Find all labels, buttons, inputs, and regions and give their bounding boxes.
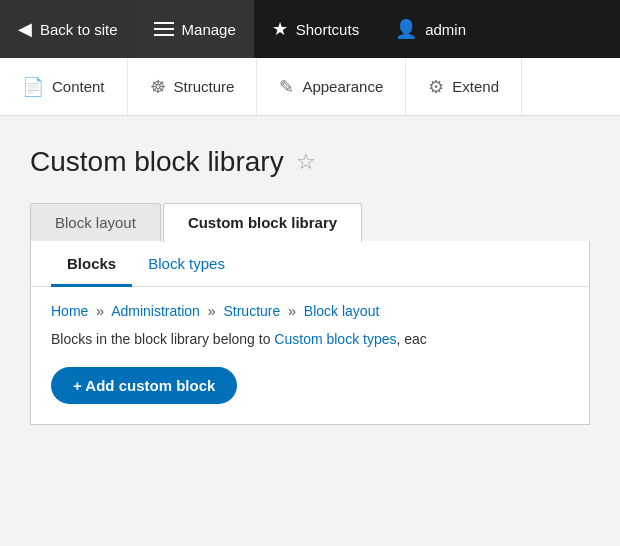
structure-label: Structure — [174, 78, 235, 95]
secondary-nav: 📄 Content ☸ Structure ✎ Appearance ⚙ Ext… — [0, 58, 620, 116]
custom-block-types-link[interactable]: Custom block types — [274, 331, 396, 347]
breadcrumb-sep-3: » — [288, 303, 296, 319]
breadcrumb-area: Home » Administration » Structure » Bloc… — [31, 287, 589, 327]
page-title-row: Custom block library ☆ — [30, 146, 590, 178]
appearance-icon: ✎ — [279, 76, 294, 98]
description-area: Blocks in the block library belong to Cu… — [31, 327, 589, 367]
add-button-area: + Add custom block — [31, 367, 589, 424]
content-icon: 📄 — [22, 76, 44, 98]
description-suffix: , eac — [397, 331, 427, 347]
add-custom-block-button[interactable]: + Add custom block — [51, 367, 237, 404]
description-text: Blocks in the block library belong to — [51, 331, 274, 347]
secondary-tab-group: Blocks Block types — [31, 241, 589, 287]
appearance-nav-item[interactable]: ✎ Appearance — [257, 58, 406, 115]
tab-block-types[interactable]: Block types — [132, 241, 241, 287]
breadcrumb: Home » Administration » Structure » Bloc… — [51, 303, 569, 319]
breadcrumb-home[interactable]: Home — [51, 303, 88, 319]
extend-nav-item[interactable]: ⚙ Extend — [406, 58, 522, 115]
tab-block-layout[interactable]: Block layout — [30, 203, 161, 241]
tab-custom-block-library[interactable]: Custom block library — [163, 203, 362, 242]
content-nav-item[interactable]: 📄 Content — [0, 58, 128, 115]
breadcrumb-sep-2: » — [208, 303, 216, 319]
back-icon: ◀ — [18, 18, 32, 40]
breadcrumb-administration[interactable]: Administration — [111, 303, 200, 319]
shortcuts-label: Shortcuts — [296, 21, 359, 38]
top-nav: ◀ Back to site Manage ★ Shortcuts 👤 admi… — [0, 0, 620, 58]
main-content: Custom block library ☆ Block layout Cust… — [0, 116, 620, 445]
page-title: Custom block library — [30, 146, 284, 178]
back-to-site-label: Back to site — [40, 21, 118, 38]
tab-custom-block-library-label: Custom block library — [188, 214, 337, 231]
tab-block-layout-label: Block layout — [55, 214, 136, 231]
tab-block-types-label: Block types — [148, 255, 225, 272]
manage-button[interactable]: Manage — [136, 0, 254, 58]
extend-icon: ⚙ — [428, 76, 444, 98]
star-nav-icon: ★ — [272, 18, 288, 40]
appearance-label: Appearance — [302, 78, 383, 95]
structure-icon: ☸ — [150, 76, 166, 98]
tab-blocks[interactable]: Blocks — [51, 241, 132, 287]
manage-label: Manage — [182, 21, 236, 38]
primary-tab-group: Block layout Custom block library — [30, 202, 590, 241]
user-icon: 👤 — [395, 18, 417, 40]
shortcuts-button[interactable]: ★ Shortcuts — [254, 0, 377, 58]
tab-blocks-label: Blocks — [67, 255, 116, 272]
admin-button[interactable]: 👤 admin — [377, 0, 484, 58]
breadcrumb-structure[interactable]: Structure — [223, 303, 280, 319]
back-to-site-button[interactable]: ◀ Back to site — [0, 0, 136, 58]
breadcrumb-sep-1: » — [96, 303, 104, 319]
extend-label: Extend — [452, 78, 499, 95]
content-label: Content — [52, 78, 105, 95]
structure-nav-item[interactable]: ☸ Structure — [128, 58, 258, 115]
admin-label: admin — [425, 21, 466, 38]
bookmark-icon[interactable]: ☆ — [296, 149, 316, 175]
content-panel: Blocks Block types Home » Administration… — [30, 241, 590, 425]
breadcrumb-block-layout[interactable]: Block layout — [304, 303, 379, 319]
hamburger-icon — [154, 22, 174, 36]
